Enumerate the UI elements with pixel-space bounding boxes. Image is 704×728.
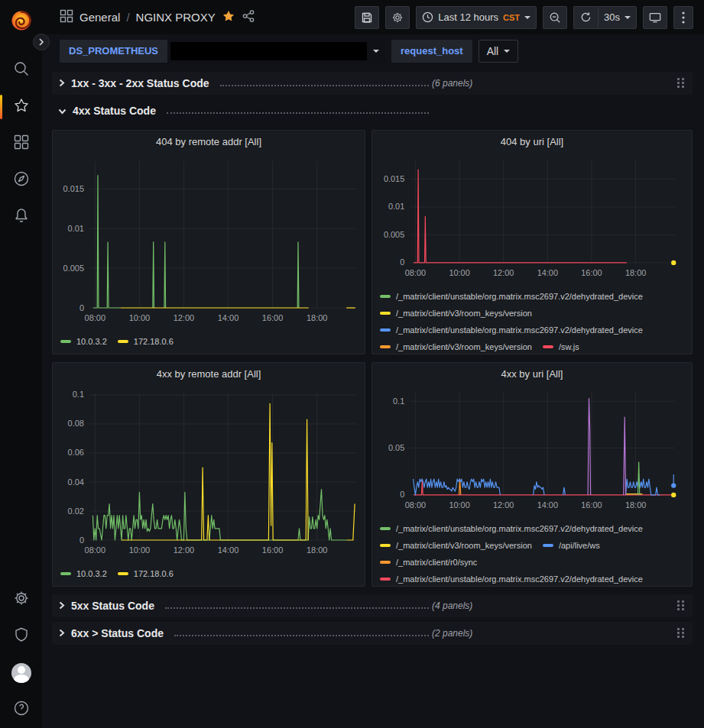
legend-item[interactable]: /_matrix/client/unstable/org.matrix.msc2… xyxy=(380,521,643,536)
clock-icon xyxy=(422,11,433,23)
legend-item[interactable]: /_matrix/client/v3/room_keys/version xyxy=(380,538,532,553)
svg-text:0.04: 0.04 xyxy=(68,477,84,487)
legend-label: /_matrix/client/unstable/org.matrix.msc2… xyxy=(396,325,643,335)
sidebar-item-explore[interactable] xyxy=(0,162,42,199)
panel-row-1: 404 by remote addr [All] 00.0050.010.015… xyxy=(52,130,693,354)
share-icon[interactable] xyxy=(242,9,255,26)
sidebar-item-server-admin[interactable] xyxy=(0,618,42,655)
request-host-value: All xyxy=(487,45,499,57)
row-panel-count: (6 panels) xyxy=(432,78,472,89)
row-1xx-3xx-2xx[interactable]: 1xx - 3xx - 2xx Status Code (6 panels) xyxy=(52,72,693,95)
more-options-button[interactable] xyxy=(673,6,693,29)
legend-swatch xyxy=(380,295,391,298)
timeseries-chart[interactable]: 00.0050.010.01508:0010:0012:0014:0016:00… xyxy=(54,152,363,331)
zoom-out-button[interactable] xyxy=(543,6,567,29)
legend-item[interactable]: /_matrix/client/v3/room_keys/version xyxy=(380,306,532,321)
submenu-bar: DS_PROMETHEUS request_host All xyxy=(42,34,704,67)
grafana-app: General / NGINX PROXY Last 12 hours xyxy=(0,0,704,728)
sidebar-item-alerting[interactable] xyxy=(0,199,42,235)
legend-swatch xyxy=(380,527,391,530)
sidebar-item-dashboards[interactable] xyxy=(0,125,42,162)
panel-title[interactable]: 4xx by remote addr [All] xyxy=(53,363,365,384)
legend-item[interactable]: /api/live/ws xyxy=(543,538,600,553)
svg-text:0.015: 0.015 xyxy=(384,174,404,183)
svg-text:12:00: 12:00 xyxy=(174,313,195,322)
favorite-star-icon[interactable] xyxy=(222,9,235,26)
main-area: General / NGINX PROXY Last 12 hours xyxy=(42,0,704,728)
legend-item[interactable]: /sw.js xyxy=(543,339,579,354)
time-range-label: Last 12 hours xyxy=(438,11,498,23)
breadcrumb-section[interactable]: General xyxy=(79,11,120,24)
legend-item[interactable]: /_matrix/client/unstable/org.matrix.msc2… xyxy=(380,289,643,304)
dashboard-title[interactable]: NGINX PROXY xyxy=(136,11,216,24)
legend-label: /_matrix/client/unstable/org.matrix.msc2… xyxy=(396,292,643,301)
row-4xx[interactable]: 4xx Status Code xyxy=(52,99,693,122)
sidebar-item-profile[interactable] xyxy=(0,655,42,691)
svg-text:08:00: 08:00 xyxy=(405,268,426,277)
panel-legend: /_matrix/client/unstable/org.matrix.msc2… xyxy=(372,286,692,354)
svg-text:10:00: 10:00 xyxy=(129,313,151,322)
kebab-menu-icon xyxy=(682,11,685,24)
legend-swatch xyxy=(380,578,391,581)
save-dashboard-button[interactable] xyxy=(355,6,379,29)
dashboard-squares-icon xyxy=(60,9,73,26)
legend-item[interactable]: 10.0.3.2 xyxy=(60,334,107,349)
settings-gear-icon xyxy=(391,11,404,24)
svg-text:0.01: 0.01 xyxy=(68,224,84,233)
row-drag-handle[interactable] xyxy=(676,627,686,639)
row-drag-handle[interactable] xyxy=(676,77,686,89)
legend-label: /_matrix/client/v3/room_keys/version xyxy=(396,309,532,318)
row-6xx[interactable]: 6xx > Status Code (2 panels) xyxy=(52,622,693,645)
refresh-interval-dropdown[interactable]: 30s xyxy=(598,6,637,29)
refresh-button[interactable] xyxy=(573,6,598,29)
time-range-picker[interactable]: Last 12 hours CST xyxy=(416,6,537,29)
dashboard-settings-button[interactable] xyxy=(385,6,410,29)
row-dotted-leader xyxy=(167,112,429,114)
help-icon xyxy=(13,700,30,720)
legend-item[interactable]: 172.18.0.6 xyxy=(118,334,174,349)
sidebar-item-help[interactable] xyxy=(0,691,42,728)
sidebar-expand-button[interactable] xyxy=(33,34,50,50)
legend-item[interactable]: 172.18.0.6 xyxy=(118,566,174,581)
tv-mode-button[interactable] xyxy=(643,6,667,29)
legend-item[interactable]: 10.0.3.2 xyxy=(60,566,107,581)
timeseries-chart[interactable]: 00.050.108:0010:0012:0014:0016:0018:00 xyxy=(374,384,683,518)
svg-text:0.005: 0.005 xyxy=(384,230,404,239)
legend-label: /api/live/ws xyxy=(559,541,600,550)
sidebar xyxy=(0,0,42,728)
svg-text:12:00: 12:00 xyxy=(493,268,514,277)
legend-item[interactable]: /_matrix/client/r0/sync xyxy=(380,555,477,570)
grafana-logo-icon[interactable] xyxy=(8,8,34,34)
dashboard-header: General / NGINX PROXY Last 12 hours xyxy=(42,0,704,34)
legend-label: /_matrix/client/r0/sync xyxy=(396,558,477,567)
legend-label: /_matrix/client/v3/room_keys/version xyxy=(396,541,532,550)
svg-text:16:00: 16:00 xyxy=(262,313,284,322)
datasource-variable-dropdown[interactable] xyxy=(167,40,385,63)
legend-swatch xyxy=(380,561,391,564)
sidebar-item-starred[interactable] xyxy=(0,89,42,125)
row-drag-handle[interactable] xyxy=(676,600,686,612)
legend-item[interactable]: /_matrix/client/v3/room_keys/version xyxy=(380,339,532,354)
sidebar-item-configuration[interactable] xyxy=(0,581,42,618)
chevron-right-icon xyxy=(58,599,65,613)
chevron-down-icon xyxy=(373,50,379,53)
legend-swatch xyxy=(118,572,128,575)
svg-text:0.1: 0.1 xyxy=(73,390,84,399)
svg-text:10:00: 10:00 xyxy=(449,268,469,277)
svg-text:12:00: 12:00 xyxy=(174,545,195,555)
sidebar-item-search[interactable] xyxy=(0,52,42,89)
panel-title[interactable]: 4xx by uri [All] xyxy=(372,363,692,384)
svg-text:0: 0 xyxy=(79,303,84,312)
svg-text:14:00: 14:00 xyxy=(537,500,558,510)
legend-item[interactable]: /_matrix/client/unstable/org.matrix.msc2… xyxy=(380,571,643,586)
timeseries-chart[interactable]: 00.0050.010.01508:0010:0012:0014:0016:00… xyxy=(374,152,683,286)
row-title: 1xx - 3xx - 2xx Status Code xyxy=(71,77,209,89)
timeseries-chart[interactable]: 00.020.040.060.080.108:0010:0012:0014:00… xyxy=(54,384,363,563)
panel-title[interactable]: 404 by uri [All] xyxy=(372,131,692,152)
row-5xx[interactable]: 5xx Status Code (4 panels) xyxy=(52,594,693,617)
legend-item[interactable]: /_matrix/client/unstable/org.matrix.msc2… xyxy=(380,322,643,338)
panel-title[interactable]: 404 by remote addr [All] xyxy=(53,131,365,152)
chevron-down-icon xyxy=(524,16,530,19)
request-host-variable-dropdown[interactable]: All xyxy=(479,40,519,63)
svg-text:0.01: 0.01 xyxy=(388,202,404,211)
